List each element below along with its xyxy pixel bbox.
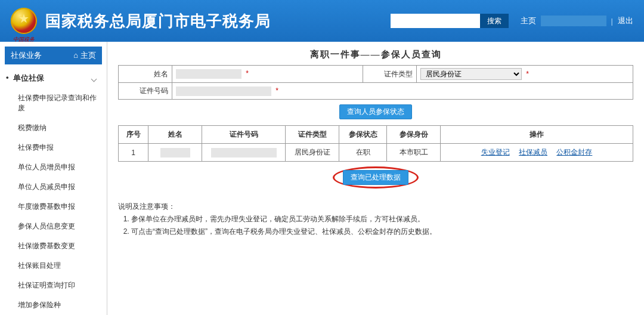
sidebar-home-link[interactable]: 主页 <box>73 50 96 61</box>
query-status-button[interactable]: 查询人员参保状态 <box>339 104 412 119</box>
name-label: 姓名 <box>119 66 172 83</box>
divider: | <box>611 17 613 26</box>
sidebar-top: 社保业务 主页 <box>5 47 102 64</box>
masked-name <box>160 148 190 158</box>
logout-link[interactable]: 退出 <box>618 16 633 26</box>
idtype-label: 证件类型 <box>363 66 417 83</box>
sidebar-top-label: 社保业务 <box>11 50 42 61</box>
sidebar-group-label: 单位社保 <box>13 73 44 84</box>
header-links: 主页 | 退出 <box>521 16 633 26</box>
sidebar-item-7[interactable]: 社保缴费基数变更 <box>0 236 107 256</box>
sidebar: 社保业务 主页 单位社保 社保费申报记录查询和作废 税费缴纳 社保费申报 单位人… <box>0 42 107 315</box>
sidebar-item-9[interactable]: 社保证明查询打印 <box>0 276 107 295</box>
page-title: 离职一件事——参保人员查询 <box>118 49 633 60</box>
search-button[interactable]: 搜索 <box>480 14 509 28</box>
th-idnum: 证件号码 <box>202 126 286 144</box>
op-fund-seal[interactable]: 公积金封存 <box>556 148 592 156</box>
search-input[interactable] <box>391 14 480 28</box>
cell-idtype: 居民身份证 <box>286 144 339 162</box>
query-form: 姓名 * 证件类型 居民身份证 * 证件号码 * <box>118 65 633 100</box>
sidebar-group-unit-social[interactable]: 单位社保 <box>0 68 107 88</box>
cell-idnum <box>202 144 286 162</box>
result-table: 序号 姓名 证件号码 证件类型 参保状态 参保身份 操作 1 居民身份证 在职 … <box>118 125 633 162</box>
op-unemploy-register[interactable]: 失业登记 <box>481 148 510 156</box>
idtype-select[interactable]: 居民身份证 <box>420 68 522 80</box>
cell-identity: 本市职工 <box>387 144 441 162</box>
header-search: 搜索 <box>391 14 509 28</box>
op-social-reduce[interactable]: 社保减员 <box>519 148 547 156</box>
required-mark: * <box>275 87 278 95</box>
required-mark: * <box>526 70 529 78</box>
cell-seq: 1 <box>119 144 148 162</box>
name-cell: * <box>172 66 363 83</box>
sidebar-item-0[interactable]: 社保费申报记录查询和作废 <box>0 88 107 118</box>
sidebar-item-4[interactable]: 单位人员减员申报 <box>0 177 107 197</box>
sidebar-item-2[interactable]: 社保费申报 <box>0 138 107 158</box>
cell-name <box>148 144 202 162</box>
th-seq: 序号 <box>119 126 148 144</box>
header-bar: 国家税务总局厦门市电子税务局 搜索 主页 | 退出 <box>0 0 644 42</box>
action-row-2: 查询已处理数据 <box>118 162 633 194</box>
cell-status: 在职 <box>339 144 387 162</box>
sidebar-item-3[interactable]: 单位人员增员申报 <box>0 158 107 177</box>
th-identity: 参保身份 <box>387 126 441 144</box>
name-input[interactable] <box>176 69 242 79</box>
cell-ops: 失业登记 社保减员 公积金封存 <box>441 144 633 162</box>
app-title: 国家税务总局厦门市电子税务局 <box>45 11 391 32</box>
th-name: 姓名 <box>148 126 202 144</box>
notes-title: 说明及注意事项： <box>118 202 633 212</box>
idnum-input[interactable] <box>176 87 271 96</box>
user-name-placeholder <box>541 16 606 26</box>
main-content: 离职一件事——参保人员查询 姓名 * 证件类型 居民身份证 * 证件号码 <box>107 42 644 315</box>
sidebar-item-10[interactable]: 增加参保险种 <box>0 295 107 315</box>
home-link[interactable]: 主页 <box>521 16 536 26</box>
notes-section: 说明及注意事项： 参保单位在办理减员时，需先办理失业登记，确定员工劳动关系解除手… <box>118 202 633 237</box>
idnum-label: 证件号码 <box>119 83 172 100</box>
note-2: 可点击“查询已处理数据”，查询在电子税务局办理失业登记、社保减员、公积金封存的历… <box>131 227 633 237</box>
chevron-down-icon <box>92 74 100 83</box>
action-row-1: 查询人员参保状态 <box>118 100 633 125</box>
highlight-circle: 查询已处理数据 <box>333 166 419 189</box>
required-mark: * <box>246 69 249 78</box>
table-row: 1 居民身份证 在职 本市职工 失业登记 社保减员 公积金封存 <box>119 144 633 162</box>
sidebar-item-5[interactable]: 年度缴费基数申报 <box>0 197 107 217</box>
idnum-cell: * <box>172 83 633 100</box>
masked-idnum <box>211 148 277 158</box>
th-idtype: 证件类型 <box>286 126 339 144</box>
note-1: 参保单位在办理减员时，需先办理失业登记，确定员工劳动关系解除手续后，方可社保减员… <box>131 214 633 224</box>
th-ops: 操作 <box>441 126 633 144</box>
idtype-cell: 居民身份证 * <box>417 66 633 83</box>
sidebar-item-1[interactable]: 税费缴纳 <box>0 118 107 138</box>
query-processed-button[interactable]: 查询已处理数据 <box>343 170 408 185</box>
emblem-icon <box>11 8 37 34</box>
sidebar-item-8[interactable]: 社保账目处理 <box>0 256 107 276</box>
th-status: 参保状态 <box>339 126 387 144</box>
sidebar-item-6[interactable]: 参保人员信息变更 <box>0 217 107 236</box>
